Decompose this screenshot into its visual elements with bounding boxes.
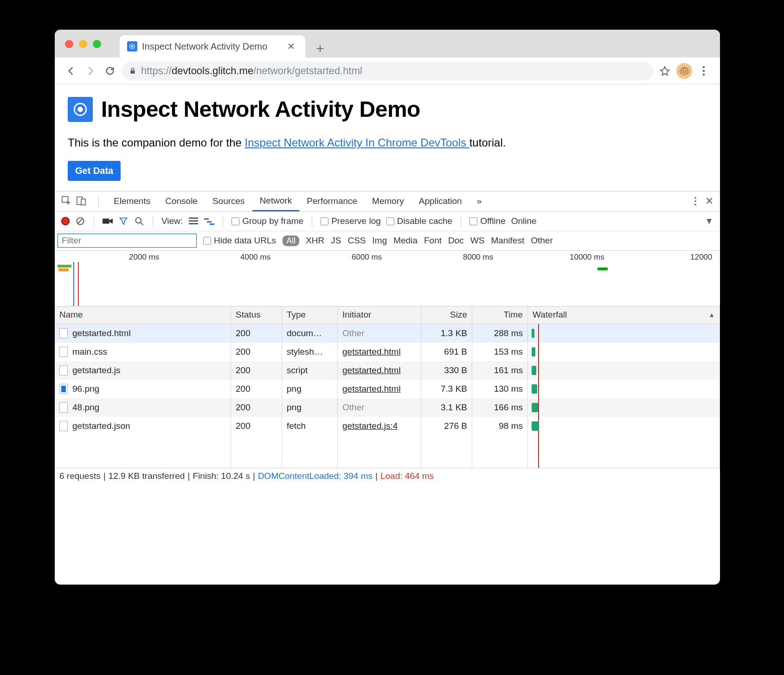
- inspect-element-icon[interactable]: [61, 196, 72, 207]
- col-time[interactable]: Time: [472, 306, 528, 324]
- col-initiator[interactable]: Initiator: [338, 306, 421, 324]
- cell-name: 96.png: [72, 384, 99, 394]
- table-row[interactable]: getstarted.json200fetchgetstarted.js:427…: [55, 417, 720, 435]
- svg-point-13: [694, 204, 696, 206]
- cell-time: 130 ms: [472, 380, 528, 398]
- get-data-button[interactable]: Get Data: [68, 161, 121, 181]
- table-row[interactable]: 96.png200pnggetstarted.html7.3 KB130 ms: [55, 380, 720, 398]
- table-row[interactable]: getstarted.js200scriptgetstarted.html330…: [55, 361, 720, 380]
- filter-type-manifest[interactable]: Manifest: [491, 236, 524, 246]
- cell-status: 200: [231, 398, 282, 417]
- tab-network[interactable]: Network: [252, 191, 300, 211]
- timeline-tick: 4000 ms: [240, 253, 270, 262]
- devtools-tab-bar: Elements Console Sources Network Perform…: [55, 191, 720, 212]
- col-size[interactable]: Size: [421, 306, 472, 324]
- cell-status: 200: [231, 417, 282, 435]
- filter-type-xhr[interactable]: XHR: [306, 236, 324, 246]
- timeline-tick: 10000 ms: [570, 253, 604, 262]
- browser-menu-button[interactable]: [696, 63, 712, 79]
- maximize-window-button[interactable]: [93, 40, 101, 48]
- cell-initiator[interactable]: getstarted.js:4: [342, 421, 398, 431]
- offline-checkbox[interactable]: Offline: [469, 216, 506, 226]
- search-icon[interactable]: [134, 216, 144, 226]
- hide-data-urls-checkbox[interactable]: Hide data URLs: [203, 236, 276, 246]
- tab-application[interactable]: Application: [411, 191, 469, 211]
- filter-type-other[interactable]: Other: [531, 236, 553, 246]
- record-button[interactable]: [61, 217, 70, 225]
- filter-type-media[interactable]: Media: [393, 236, 418, 246]
- tab-memory[interactable]: Memory: [365, 191, 411, 211]
- cell-waterfall: [528, 343, 720, 361]
- tab-elements[interactable]: Elements: [106, 191, 158, 211]
- bookmark-star-icon[interactable]: [657, 63, 673, 79]
- filter-type-doc[interactable]: Doc: [448, 236, 464, 246]
- clear-icon[interactable]: [75, 216, 85, 226]
- cell-status: 200: [231, 380, 282, 398]
- devtools-menu-icon[interactable]: [694, 197, 697, 206]
- col-waterfall[interactable]: Waterfall▲: [528, 306, 720, 324]
- col-status[interactable]: Status: [231, 306, 282, 324]
- cell-size: 3.1 KB: [421, 398, 472, 417]
- cell-size: 7.3 KB: [421, 380, 472, 398]
- close-window-button[interactable]: [65, 40, 73, 48]
- timeline-overview[interactable]: 2000 ms 4000 ms 6000 ms 8000 ms 10000 ms…: [55, 251, 720, 306]
- filter-input[interactable]: [58, 234, 197, 248]
- filter-type-font[interactable]: Font: [424, 236, 442, 246]
- file-icon: [59, 347, 68, 357]
- devtools-close-icon[interactable]: ✕: [705, 195, 713, 207]
- preserve-log-checkbox[interactable]: Preserve log: [321, 216, 381, 226]
- large-rows-icon[interactable]: [188, 216, 199, 226]
- filter-type-all[interactable]: All: [283, 236, 299, 246]
- filter-icon[interactable]: [118, 216, 129, 226]
- cell-name: 48.png: [72, 402, 99, 413]
- svg-point-12: [694, 200, 696, 202]
- tabs-overflow-icon[interactable]: »: [469, 191, 489, 211]
- table-row[interactable]: 48.png200pngOther3.1 KB166 ms: [55, 398, 720, 417]
- cell-initiator[interactable]: getstarted.html: [342, 347, 401, 357]
- browser-tab[interactable]: Inspect Network Activity Demo ✕: [120, 35, 305, 57]
- tutorial-link[interactable]: Inspect Network Activity In Chrome DevTo…: [245, 136, 469, 149]
- tab-console[interactable]: Console: [158, 191, 205, 211]
- cell-initiator[interactable]: getstarted.html: [342, 365, 401, 376]
- forward-button[interactable]: [83, 63, 98, 79]
- svg-rect-22: [204, 218, 209, 220]
- filter-type-img[interactable]: Img: [373, 236, 387, 246]
- waterfall-view-icon[interactable]: [204, 216, 214, 226]
- cell-name: getstarted.js: [72, 365, 121, 376]
- col-type[interactable]: Type: [282, 306, 338, 324]
- tab-performance[interactable]: Performance: [299, 191, 365, 211]
- minimize-window-button[interactable]: [79, 40, 87, 48]
- browser-window: Inspect Network Activity Demo ✕ ＋ https:…: [55, 30, 720, 585]
- online-select[interactable]: Online: [511, 216, 537, 226]
- throttling-dropdown-icon[interactable]: ▼: [705, 216, 713, 226]
- filter-row: Hide data URLs All XHR JS CSS Img Media …: [55, 231, 720, 251]
- filter-type-js[interactable]: JS: [331, 236, 341, 246]
- col-name[interactable]: Name: [55, 306, 231, 324]
- table-row[interactable]: getstarted.html200docum…Other1.3 KB288 m…: [55, 324, 720, 343]
- group-by-frame-checkbox[interactable]: Group by frame: [231, 216, 303, 226]
- profile-avatar[interactable]: 🐵: [676, 63, 692, 79]
- disable-cache-checkbox[interactable]: Disable cache: [386, 216, 452, 226]
- tab-sources[interactable]: Sources: [205, 191, 252, 211]
- cell-waterfall: [528, 398, 720, 417]
- cell-time: 98 ms: [472, 417, 528, 435]
- filter-type-css[interactable]: CSS: [347, 236, 366, 246]
- svg-rect-2: [130, 70, 135, 73]
- svg-line-15: [78, 219, 83, 223]
- reload-button[interactable]: [102, 63, 118, 79]
- table-row[interactable]: main.css200stylesh…getstarted.html691 B1…: [55, 343, 720, 361]
- cell-type: docum…: [282, 324, 338, 343]
- cell-initiator[interactable]: getstarted.html: [342, 384, 401, 394]
- new-tab-button[interactable]: ＋: [311, 39, 329, 57]
- tab-strip: Inspect Network Activity Demo ✕ ＋: [55, 30, 720, 57]
- address-bar[interactable]: https://devtools.glitch.me/network/getst…: [122, 62, 653, 80]
- page-subtitle: This is the companion demo for the Inspe…: [68, 135, 707, 151]
- back-button[interactable]: [63, 63, 79, 79]
- status-bar: 6 requests | 12.9 KB transferred | Finis…: [55, 468, 720, 484]
- cell-waterfall: [528, 380, 720, 398]
- device-toggle-icon[interactable]: [76, 196, 87, 207]
- filter-type-ws[interactable]: WS: [470, 236, 485, 246]
- tab-close-icon[interactable]: ✕: [284, 41, 298, 52]
- status-finish: Finish: 10.24 s: [193, 471, 250, 481]
- camera-icon[interactable]: [103, 216, 113, 226]
